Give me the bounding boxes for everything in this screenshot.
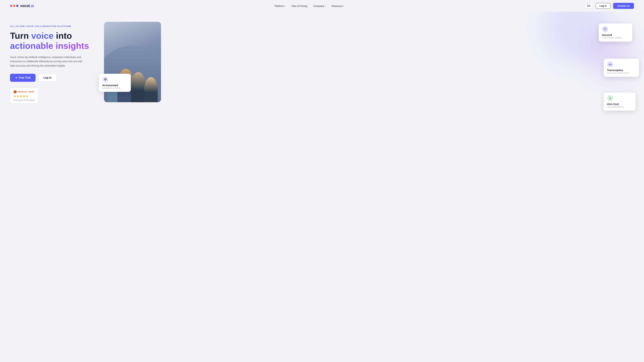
hero-title-part2: into [54, 31, 72, 40]
ai-icon: ⚙ [102, 76, 108, 82]
logo-text: vocol.ai [20, 4, 34, 8]
transcription-subtitle: MULTIPLE LANGUAGES [607, 72, 636, 74]
company-chevron-icon: ▾ [325, 5, 326, 7]
nav-pricing[interactable]: Plan & Pricing [292, 4, 307, 7]
navbar: vocol.ai Platform ▾ Plan & Pricing Compa… [0, 0, 644, 12]
contact-button[interactable]: Contact us [613, 3, 634, 9]
figure-3 [131, 72, 146, 102]
hero-title-part1: Turn [10, 31, 31, 40]
resource-chevron-icon: ▾ [343, 5, 344, 7]
secured-icon: 🛡 [602, 26, 608, 32]
trial-icon: ✦ [15, 76, 17, 79]
transcription-title: Transcription [607, 69, 636, 71]
nav-resource[interactable]: Resource ▾ [332, 4, 344, 7]
zerocost-subtitle: COLLABORATION [607, 106, 632, 108]
logo[interactable]: vocol.ai [10, 4, 34, 8]
secured-subtitle: FUNCTIONAL SPACE [602, 37, 629, 39]
ai-subtitle: SUMMARY & TOPIC [102, 87, 128, 89]
logo-dot-blue [16, 5, 18, 7]
nav-company[interactable]: Company ▾ [313, 4, 326, 7]
nav-links: Platform ▾ Plan & Pricing Company ▾ Reso… [274, 4, 344, 7]
hero-badge: ALL-IN-ONE VOICE COLLABORATION PLATFORM [10, 25, 97, 27]
hero-title-voice: voice [31, 31, 54, 40]
hero-section: ALL-IN-ONE VOICE COLLABORATION PLATFORM … [0, 12, 644, 362]
card-secured: 🛡 Secured FUNCTIONAL SPACE [599, 23, 632, 41]
nav-platform[interactable]: Platform ▾ [274, 4, 286, 7]
hero-title: Turn voice into actionable insights [10, 31, 97, 51]
language-selector[interactable]: EN [585, 3, 593, 8]
free-trial-button[interactable]: ✦ Free Trial [10, 74, 36, 82]
platform-chevron-icon: ▾ [284, 5, 286, 7]
hero-left: ALL-IN-ONE VOICE COLLABORATION PLATFORM … [10, 22, 97, 104]
transcription-icon: Aa [607, 61, 613, 67]
hero-buttons: ✦ Free Trial Log in [10, 74, 97, 82]
card-zero-cost: $ Zero Cost COLLABORATION [604, 92, 636, 111]
product-hunt-review: (4.9) based on 54 reviews [14, 99, 35, 101]
product-hunt-badge: PRODUCT HUNT ★★★★★ (4.9) based on 54 rev… [10, 88, 38, 104]
card-ai-generated: ⚙ AI-Generated SUMMARY & TOPIC [99, 74, 131, 92]
card-transcription: Aa Transcription MULTIPLE LANGUAGES [604, 59, 639, 77]
zerocost-title: Zero Cost [607, 103, 632, 105]
product-hunt-stars: ★★★★★ [14, 94, 29, 98]
logo-icon [10, 5, 18, 7]
hero-login-button[interactable]: Log in [38, 74, 57, 82]
ai-title: AI-Generated [102, 84, 128, 87]
hero-description: Vocol, driven by Artificial Intelligence… [10, 55, 87, 68]
logo-dot-orange [13, 5, 16, 7]
figure-4 [144, 77, 158, 102]
login-button[interactable]: Log in [596, 3, 610, 9]
product-hunt-icon [14, 90, 16, 93]
hero-right: 🛡 Secured FUNCTIONAL SPACE ⚙ AI-Generate… [104, 22, 634, 114]
zerocost-icon: $ [607, 95, 613, 101]
nav-actions: EN Log in Contact us [585, 3, 634, 9]
logo-dot-pink [10, 5, 12, 7]
hero-title-gradient: actionable insights [10, 41, 89, 51]
secured-title: Secured [602, 33, 629, 36]
product-hunt-label: PRODUCT HUNT [14, 90, 34, 93]
